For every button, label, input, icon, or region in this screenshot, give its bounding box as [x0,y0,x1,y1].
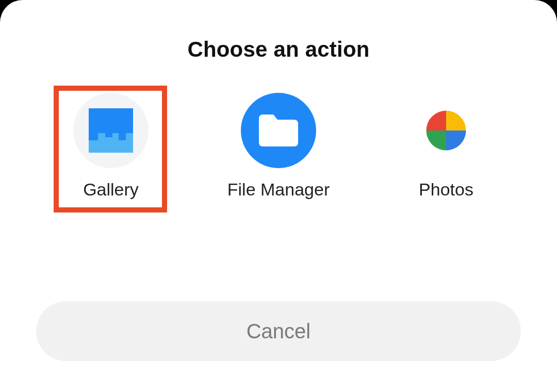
svg-rect-2 [89,133,98,140]
cancel-button[interactable]: Cancel [36,301,521,361]
option-label: File Manager [227,179,330,200]
action-chooser-sheet: Choose an action Gallery Fi [0,0,557,392]
svg-rect-3 [105,129,112,137]
option-label: Gallery [83,179,139,200]
folder-icon [241,93,316,168]
option-label: Photos [419,179,473,200]
options-row: Gallery File Manager Photos [0,93,557,200]
gallery-icon [73,93,149,168]
option-file-manager[interactable]: File Manager [214,93,343,200]
google-photos-icon [408,93,484,168]
dialog-title: Choose an action [0,37,557,62]
option-photos[interactable]: Photos [382,93,511,200]
svg-rect-4 [119,133,126,140]
option-gallery[interactable]: Gallery [46,93,175,200]
